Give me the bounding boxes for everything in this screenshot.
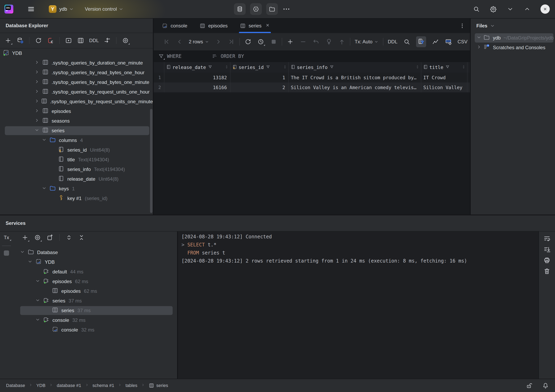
grid-cell[interactable]: The IT Crowd is a British sitcom produce… xyxy=(289,73,421,82)
grid-cell[interactable]: 2 xyxy=(231,82,289,92)
chevron-down-button[interactable] xyxy=(507,6,514,13)
explorer-item-release-date[interactable]: release_dateUint64(8) xyxy=(0,174,153,184)
services-item-default[interactable]: default44 ms xyxy=(0,267,177,277)
filter-columns-icon[interactable] xyxy=(417,38,425,45)
2-rows-control[interactable]: 2 rows xyxy=(189,39,209,44)
chevron-down-icon[interactable] xyxy=(27,259,33,264)
vcs-widget[interactable]: Version control xyxy=(85,6,117,12)
chevron-down-icon[interactable] xyxy=(42,137,47,142)
run-console-icon[interactable] xyxy=(65,37,72,44)
chevron-right-icon[interactable] xyxy=(34,60,40,65)
plus-icon[interactable] xyxy=(21,234,29,241)
ddl-control[interactable]: DDL xyxy=(388,39,397,44)
files-item-scratches-and-consoles[interactable]: Scratches and Consoles xyxy=(471,43,555,52)
services-item-ydb[interactable]: YDB xyxy=(0,257,177,267)
bell-button[interactable] xyxy=(542,382,549,389)
grid-row-2[interactable]: 2161662Silicon Valley is an American com… xyxy=(154,82,470,92)
stop-filled-icon[interactable] xyxy=(270,38,277,45)
project-badge[interactable]: Y xyxy=(49,5,57,13)
refresh-icon[interactable] xyxy=(35,37,42,44)
grid-cell[interactable]: 1 xyxy=(231,73,289,82)
chevron-down-icon[interactable] xyxy=(35,317,40,322)
sortud-icon[interactable] xyxy=(225,65,229,69)
grid-column-header-series_id[interactable]: series_id xyxy=(231,62,289,73)
first-page-icon[interactable] xyxy=(163,38,170,45)
breadcrumb-database[interactable]: Database xyxy=(6,383,25,388)
row-number[interactable]: 1 xyxy=(155,73,164,82)
chevron-right-icon[interactable] xyxy=(476,44,482,50)
explorer-item--sys-top-queries-by-request-units-one-hour[interactable]: .sys/top_queries_by_request_units_one_ho… xyxy=(0,87,153,97)
search-button[interactable] xyxy=(473,6,480,13)
chevron-right-icon[interactable] xyxy=(34,69,40,75)
project-name[interactable]: ydb xyxy=(59,6,67,12)
clock-icon[interactable] xyxy=(257,38,264,45)
chevron-right-icon[interactable] xyxy=(34,108,40,113)
chevron-right-icon[interactable] xyxy=(34,89,40,94)
search-icon[interactable] xyxy=(403,38,410,45)
folder-tool-button[interactable] xyxy=(266,3,278,15)
tab-console[interactable]: console xyxy=(156,19,193,33)
vcs-chevron-icon[interactable] xyxy=(118,7,124,12)
explorer-item-seasons[interactable]: seasons xyxy=(0,116,153,126)
grid-cell[interactable]: Silicon Valley is an American comedy tel… xyxy=(289,82,421,92)
services-item-console[interactable]: console32 ms xyxy=(0,315,177,325)
files-chevron-icon[interactable] xyxy=(490,23,495,29)
where-label[interactable]: WHERE xyxy=(167,53,182,59)
disconnect-icon[interactable] xyxy=(47,37,54,44)
chevron-down-icon[interactable] xyxy=(476,35,482,40)
breadcrumb-ydb[interactable]: YDB xyxy=(36,383,45,388)
close-window-button[interactable] xyxy=(540,4,550,14)
settings-button[interactable] xyxy=(490,6,497,13)
trash-icon[interactable] xyxy=(543,267,551,275)
explorer-item-episodes[interactable]: episodes xyxy=(0,107,153,116)
explorer-item--sys-top-queries-by-request-units-one-minute[interactable]: .sys/top_queries_by_request_units_one_mi… xyxy=(0,97,153,107)
open-new-icon[interactable] xyxy=(46,234,54,241)
chevron-right-icon[interactable] xyxy=(34,118,40,123)
chevron-right-icon[interactable] xyxy=(215,38,222,45)
project-chevron-icon[interactable] xyxy=(69,7,74,12)
chevron-down-icon[interactable] xyxy=(35,298,40,303)
run-tool-button[interactable] xyxy=(250,3,262,15)
explorer-item--sys-top-queries-by-read-bytes-one-hour[interactable]: .sys/top_queries_by_read_bytes_one_hour xyxy=(0,68,153,77)
tx-mode-button[interactable]: Tx xyxy=(4,235,9,240)
eye-icon[interactable] xyxy=(34,234,41,241)
datagrip-logo[interactable]: DG xyxy=(4,5,13,14)
chevron-down-icon[interactable] xyxy=(20,249,25,254)
explorer-item-ydb-root[interactable]: YDB xyxy=(0,48,153,58)
more-tools-button[interactable] xyxy=(282,5,290,13)
chevron-right-icon[interactable] xyxy=(34,79,40,84)
grid-cell[interactable]: 13182 xyxy=(164,73,231,82)
explorer-item-series[interactable]: series xyxy=(0,126,153,136)
explorer-item-series-info[interactable]: series_infoText(4194304) xyxy=(0,165,153,174)
chevron-up-button[interactable] xyxy=(524,6,531,13)
sortud-icon[interactable] xyxy=(415,65,420,69)
filter-columns-toggle[interactable] xyxy=(416,36,426,47)
explorer-item--sys-top-queries-by-duration-one-minute[interactable]: .sys/top_queries_by_duration_one_minute xyxy=(0,58,153,68)
grid-cell[interactable]: Silicon Valley xyxy=(421,82,467,92)
services-item-series[interactable]: series37 ms xyxy=(0,296,177,306)
breadcrumb-series[interactable]: series xyxy=(149,383,168,388)
close-x-icon[interactable] xyxy=(265,23,270,28)
breadcrumb-database-1[interactable]: database #1 xyxy=(57,383,81,388)
expand-all-icon[interactable] xyxy=(65,234,73,241)
chevron-down-icon[interactable] xyxy=(34,127,40,133)
grid-corner-cell[interactable] xyxy=(155,62,164,73)
explorer-item-columns[interactable]: columns4 xyxy=(0,136,153,145)
row-number[interactable]: 2 xyxy=(155,82,164,92)
sortud-icon[interactable] xyxy=(283,65,287,69)
chevron-down-icon[interactable] xyxy=(42,186,47,191)
where-filter-icon[interactable] xyxy=(158,53,164,59)
plus-icon[interactable] xyxy=(287,38,294,45)
last-page-icon[interactable] xyxy=(228,38,235,45)
explorer-item--sys-top-queries-by-read-bytes-one-minute[interactable]: .sys/top_queries_by_read_bytes_one_minut… xyxy=(0,77,153,87)
breadcrumb-schema-1[interactable]: schema #1 xyxy=(93,383,114,388)
plus-icon[interactable] xyxy=(4,37,12,44)
tx-auto-control[interactable]: Tx: Auto xyxy=(355,39,379,44)
services-item-console[interactable]: console32 ms xyxy=(0,325,177,335)
lock-open-button[interactable] xyxy=(526,382,533,389)
database-tool-button[interactable] xyxy=(234,3,246,15)
soft-wrap-icon[interactable] xyxy=(543,235,551,242)
commit-icon[interactable] xyxy=(325,38,333,45)
collapse-all-icon[interactable] xyxy=(78,234,85,241)
jump-icon[interactable] xyxy=(104,37,111,44)
